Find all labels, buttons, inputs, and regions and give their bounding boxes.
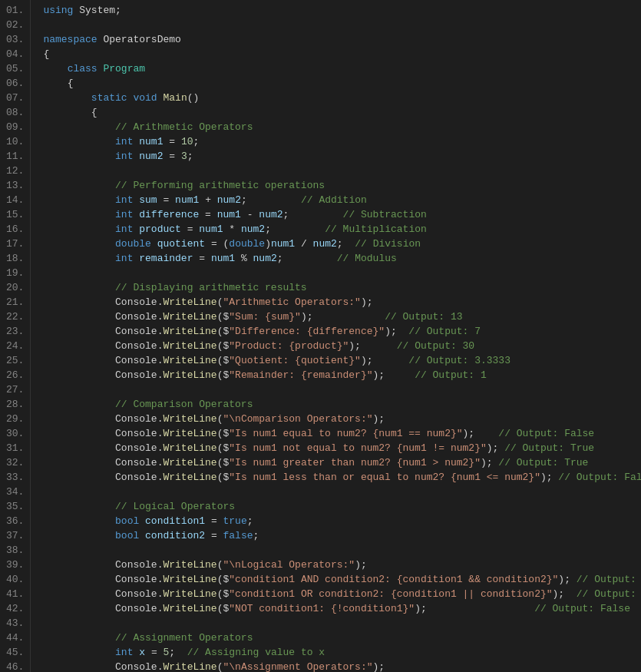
line-number: 19. <box>6 266 24 280</box>
line-number: 43. <box>6 616 24 631</box>
line-number: 18. <box>6 251 24 266</box>
code-line: Console.WriteLine("\nLogical Operators:"… <box>43 558 641 572</box>
line-number: 02. <box>6 18 24 32</box>
line-number: 34. <box>6 485 24 499</box>
code-line: Console.WriteLine($"Quotient: {quotient}… <box>43 353 641 368</box>
code-content[interactable]: using System; namespace OperatorsDemo{ c… <box>31 0 641 672</box>
line-numbers: 01.02.03.04.05.06.07.08.09.10.11.12.13.1… <box>0 0 31 672</box>
code-line <box>43 485 641 499</box>
line-number: 07. <box>6 91 24 105</box>
line-number: 04. <box>6 47 24 61</box>
line-number: 30. <box>6 426 24 441</box>
line-number: 12. <box>6 164 24 178</box>
line-number: 31. <box>6 441 24 455</box>
code-line: bool condition2 = false; <box>43 528 641 543</box>
line-number: 32. <box>6 455 24 470</box>
code-line <box>43 18 641 32</box>
line-number: 45. <box>6 645 24 660</box>
code-line <box>43 382 641 397</box>
line-number: 13. <box>6 178 24 193</box>
line-number: 24. <box>6 339 24 353</box>
code-line: int sum = num1 + num2; // Addition <box>43 193 641 207</box>
code-line: Console.WriteLine($"Is num1 greater than… <box>43 455 641 470</box>
line-number: 42. <box>6 601 24 616</box>
line-number: 40. <box>6 572 24 587</box>
code-line: int x = 5; // Assigning value to x <box>43 645 641 660</box>
code-line: double quotient = (double)num1 / num2; /… <box>43 237 641 251</box>
code-line: // Arithmetic Operators <box>43 120 641 134</box>
code-line: static void Main() <box>43 91 641 105</box>
line-number: 27. <box>6 382 24 397</box>
code-line: // Displaying arithmetic results <box>43 280 641 295</box>
code-line: int num1 = 10; <box>43 134 641 149</box>
line-number: 21. <box>6 295 24 310</box>
line-number: 20. <box>6 280 24 295</box>
code-line: Console.WriteLine($"Product: {product}")… <box>43 339 641 353</box>
line-number: 37. <box>6 528 24 543</box>
code-line <box>43 164 641 178</box>
line-number: 05. <box>6 61 24 76</box>
code-line: Console.WriteLine("Arithmetic Operators:… <box>43 295 641 310</box>
line-number: 15. <box>6 207 24 222</box>
line-number: 35. <box>6 499 24 514</box>
line-number: 08. <box>6 105 24 120</box>
code-line: Console.WriteLine($"condition1 OR condit… <box>43 587 641 601</box>
line-number: 44. <box>6 631 24 645</box>
line-number: 46. <box>6 660 24 672</box>
code-line: bool condition1 = true; <box>43 514 641 528</box>
line-number: 38. <box>6 543 24 558</box>
code-line: { <box>43 76 641 91</box>
line-number: 17. <box>6 237 24 251</box>
code-line <box>43 543 641 558</box>
code-line: { <box>43 47 641 61</box>
line-number: 26. <box>6 368 24 382</box>
code-line: { <box>43 105 641 120</box>
code-line: class Program <box>43 61 641 76</box>
line-number: 23. <box>6 324 24 339</box>
code-line: int num2 = 3; <box>43 149 641 164</box>
code-line: Console.WriteLine($"condition1 AND condi… <box>43 572 641 587</box>
code-line: Console.WriteLine($"Sum: {sum}"); // Out… <box>43 310 641 324</box>
line-number: 39. <box>6 558 24 572</box>
line-number: 25. <box>6 353 24 368</box>
code-line: int difference = num1 - num2; // Subtrac… <box>43 207 641 222</box>
line-number: 33. <box>6 470 24 485</box>
line-number: 41. <box>6 587 24 601</box>
code-line: // Comparison Operators <box>43 397 641 412</box>
code-line: Console.WriteLine($"Is num1 less than or… <box>43 470 641 485</box>
line-number: 14. <box>6 193 24 207</box>
line-number: 06. <box>6 76 24 91</box>
line-number: 11. <box>6 149 24 164</box>
line-number: 29. <box>6 412 24 426</box>
line-number: 03. <box>6 32 24 47</box>
line-number: 36. <box>6 514 24 528</box>
code-line: int product = num1 * num2; // Multiplica… <box>43 222 641 237</box>
line-number: 28. <box>6 397 24 412</box>
code-line: // Logical Operators <box>43 499 641 514</box>
code-line: // Performing arithmetic operations <box>43 178 641 193</box>
line-number: 01. <box>6 3 24 18</box>
code-line: namespace OperatorsDemo <box>43 32 641 47</box>
code-line: // Assignment Operators <box>43 631 641 645</box>
code-line: Console.WriteLine("\nAssignment Operator… <box>43 660 641 672</box>
code-line: Console.WriteLine($"Is num1 equal to num… <box>43 426 641 441</box>
code-line: Console.WriteLine($"Remainder: {remainde… <box>43 368 641 382</box>
code-line <box>43 266 641 280</box>
line-number: 09. <box>6 120 24 134</box>
code-line: Console.WriteLine($"Difference: {differe… <box>43 324 641 339</box>
code-line: Console.WriteLine("\nComparison Operator… <box>43 412 641 426</box>
line-number: 16. <box>6 222 24 237</box>
line-number: 22. <box>6 310 24 324</box>
code-line: int remainder = num1 % num2; // Modulus <box>43 251 641 266</box>
code-editor: 01.02.03.04.05.06.07.08.09.10.11.12.13.1… <box>0 0 641 672</box>
line-number: 10. <box>6 134 24 149</box>
code-line: Console.WriteLine($"NOT condition1: {!co… <box>43 601 641 616</box>
code-line: Console.WriteLine($"Is num1 not equal to… <box>43 441 641 455</box>
code-line <box>43 616 641 631</box>
code-line: using System; <box>43 3 641 18</box>
